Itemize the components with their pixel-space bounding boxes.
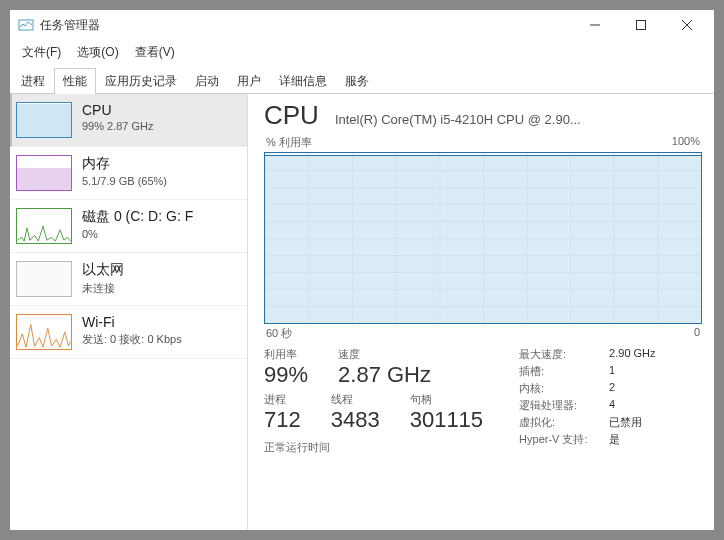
chart-x-right: 0: [694, 326, 700, 341]
threads-label: 线程: [331, 392, 380, 407]
tab-app-history[interactable]: 应用历史记录: [96, 68, 186, 94]
tab-users[interactable]: 用户: [228, 68, 270, 94]
cpu-model: Intel(R) Core(TM) i5-4210H CPU @ 2.90...: [335, 112, 581, 127]
sidebar-item-disk[interactable]: 磁盘 0 (C: D: G: F 0%: [10, 200, 247, 253]
sidebar-eth-title: 以太网: [82, 261, 124, 279]
maximize-button[interactable]: [618, 10, 664, 40]
sockets-v: 1: [609, 364, 615, 379]
tab-processes[interactable]: 进程: [12, 68, 54, 94]
sidebar-mem-title: 内存: [82, 155, 167, 173]
proc-label: 进程: [264, 392, 301, 407]
cpu-thumb-icon: [16, 102, 72, 138]
chart-y-label: % 利用率: [266, 135, 312, 150]
tab-details[interactable]: 详细信息: [270, 68, 336, 94]
logical-v: 4: [609, 398, 615, 413]
wifi-thumb-icon: [16, 314, 72, 350]
threads-value: 3483: [331, 407, 380, 433]
sidebar-wifi-sub: 发送: 0 接收: 0 Kbps: [82, 332, 182, 347]
stats-area: 利用率 99% 速度 2.87 GHz 进程 712: [264, 347, 702, 455]
tab-services[interactable]: 服务: [336, 68, 378, 94]
handles-label: 句柄: [410, 392, 483, 407]
tab-performance[interactable]: 性能: [54, 68, 96, 94]
sidebar-item-wifi[interactable]: Wi-Fi 发送: 0 接收: 0 Kbps: [10, 306, 247, 359]
sidebar-cpu-sub: 99% 2.87 GHz: [82, 120, 154, 132]
chart-area-fill: [265, 155, 701, 323]
handles-value: 301115: [410, 407, 483, 433]
main-title: CPU: [264, 100, 319, 131]
hyperv-k: Hyper-V 支持:: [519, 432, 609, 447]
minimize-button[interactable]: [572, 10, 618, 40]
proc-value: 712: [264, 407, 301, 433]
logical-k: 逻辑处理器:: [519, 398, 609, 413]
sidebar: CPU 99% 2.87 GHz 内存 5.1/7.9 GB (65%) 磁盘 …: [10, 94, 248, 530]
util-label: 利用率: [264, 347, 308, 362]
ethernet-thumb-icon: [16, 261, 72, 297]
sidebar-wifi-title: Wi-Fi: [82, 314, 182, 330]
tab-startup[interactable]: 启动: [186, 68, 228, 94]
info-column: 最大速度:2.90 GHz 插槽:1 内核:2 逻辑处理器:4 虚拟化:已禁用 …: [519, 347, 655, 455]
chart-y-max: 100%: [672, 135, 700, 150]
menu-options[interactable]: 选项(O): [71, 42, 124, 63]
util-value: 99%: [264, 362, 308, 388]
disk-thumb-icon: [16, 208, 72, 244]
memory-thumb-icon: [16, 155, 72, 191]
cores-k: 内核:: [519, 381, 609, 396]
sidebar-item-ethernet[interactable]: 以太网 未连接: [10, 253, 247, 306]
task-manager-window: 任务管理器 文件(F) 选项(O) 查看(V) 进程 性能 应用历史记录 启动 …: [9, 9, 715, 531]
menubar: 文件(F) 选项(O) 查看(V): [10, 40, 714, 67]
chart-x-left: 60 秒: [266, 326, 292, 341]
virt-k: 虚拟化:: [519, 415, 609, 430]
uptime-label: 正常运行时间: [264, 440, 483, 455]
window-title: 任务管理器: [40, 17, 100, 34]
sidebar-item-memory[interactable]: 内存 5.1/7.9 GB (65%): [10, 147, 247, 200]
cpu-utilization-chart[interactable]: [264, 152, 702, 324]
sockets-k: 插槽:: [519, 364, 609, 379]
tabbar: 进程 性能 应用历史记录 启动 用户 详细信息 服务: [10, 67, 714, 94]
app-icon: [18, 17, 34, 33]
menu-view[interactable]: 查看(V): [129, 42, 181, 63]
content: CPU 99% 2.87 GHz 内存 5.1/7.9 GB (65%) 磁盘 …: [10, 94, 714, 530]
menu-file[interactable]: 文件(F): [16, 42, 67, 63]
svg-rect-2: [637, 21, 646, 30]
speed-label: 速度: [338, 347, 431, 362]
speed-value: 2.87 GHz: [338, 362, 431, 388]
close-button[interactable]: [664, 10, 710, 40]
sidebar-eth-sub: 未连接: [82, 281, 124, 296]
sidebar-mem-sub: 5.1/7.9 GB (65%): [82, 175, 167, 187]
sidebar-disk-sub: 0%: [82, 228, 193, 240]
hyperv-v: 是: [609, 432, 620, 447]
sidebar-cpu-title: CPU: [82, 102, 154, 118]
titlebar[interactable]: 任务管理器: [10, 10, 714, 40]
virt-v: 已禁用: [609, 415, 642, 430]
sidebar-item-cpu[interactable]: CPU 99% 2.87 GHz: [10, 94, 247, 147]
main-panel: CPU Intel(R) Core(TM) i5-4210H CPU @ 2.9…: [248, 94, 714, 530]
max-speed-k: 最大速度:: [519, 347, 609, 362]
sidebar-disk-title: 磁盘 0 (C: D: G: F: [82, 208, 193, 226]
max-speed-v: 2.90 GHz: [609, 347, 655, 362]
cores-v: 2: [609, 381, 615, 396]
